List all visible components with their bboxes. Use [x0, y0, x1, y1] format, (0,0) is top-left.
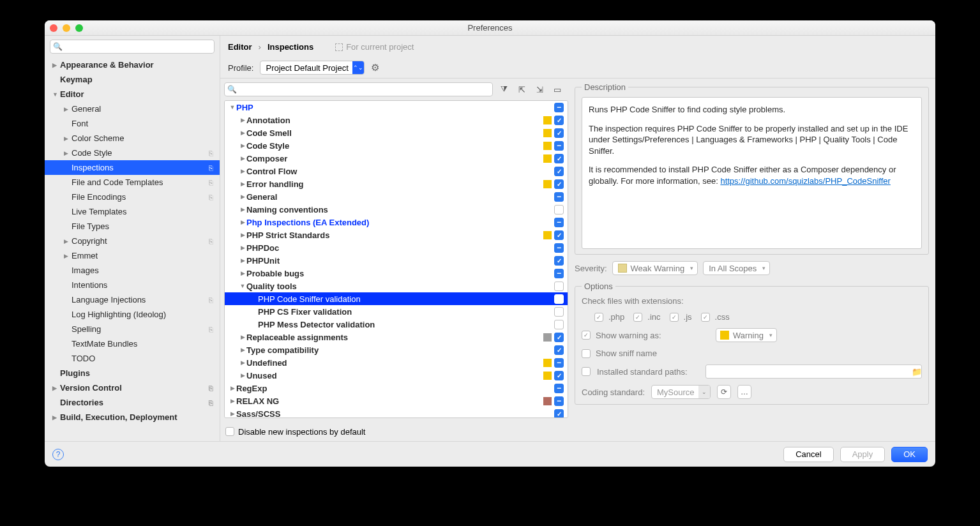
inspection-row[interactable]: PHP Mess Detector validation — [225, 318, 568, 331]
extension-checkbox[interactable] — [633, 313, 642, 322]
inspection-row[interactable]: ▶Control Flow — [225, 165, 568, 177]
inspection-checkbox[interactable] — [554, 116, 564, 125]
sidebar-item[interactable]: ▶Color Scheme — [45, 131, 220, 146]
inspection-checkbox[interactable] — [554, 128, 564, 138]
sidebar-item[interactable]: ▶Code Style⎘ — [45, 146, 220, 160]
inspection-row[interactable]: ▶Probable bugs — [225, 267, 568, 280]
filter-icon[interactable]: ⧩ — [497, 82, 511, 96]
inspection-checkbox[interactable] — [554, 103, 564, 112]
inspection-search[interactable]: 🔍 — [224, 82, 493, 96]
inspection-checkbox[interactable] — [554, 384, 564, 393]
inspection-row[interactable]: ▶RELAX NG — [225, 395, 568, 407]
show-warning-as-checkbox[interactable] — [582, 331, 591, 340]
inspection-checkbox[interactable] — [554, 256, 564, 266]
ok-button[interactable]: OK — [891, 447, 928, 462]
sidebar-item[interactable]: Language Injections⎘ — [45, 292, 220, 307]
extension-checkbox[interactable] — [670, 313, 679, 322]
sidebar-search[interactable]: 🔍 — [50, 40, 215, 54]
sidebar-item[interactable]: ▶Version Control⎘ — [45, 380, 220, 395]
inspection-row[interactable]: ▼Quality tools — [225, 280, 568, 292]
sidebar-item[interactable]: File and Code Templates⎘ — [45, 175, 220, 190]
sidebar-item[interactable]: TODO — [45, 351, 220, 366]
sidebar-item[interactable]: Spelling⎘ — [45, 322, 220, 336]
inspection-row[interactable]: ▶Unused — [225, 369, 568, 382]
inspection-row[interactable]: ▶Composer — [225, 152, 568, 165]
settings-tree[interactable]: ▶Appearance & BehaviorKeymap▼Editor▶Gene… — [45, 57, 220, 441]
sidebar-item[interactable]: Log Highlighting (Ideolog) — [45, 307, 220, 322]
expand-all-icon[interactable]: ⇱ — [515, 82, 529, 96]
inspection-checkbox[interactable] — [554, 282, 564, 291]
sidebar-item[interactable]: Directories⎘ — [45, 395, 220, 410]
extension-checkbox[interactable] — [594, 313, 603, 322]
inspection-checkbox[interactable] — [554, 205, 564, 214]
sidebar-item[interactable]: Font — [45, 116, 220, 131]
inspection-search-input[interactable] — [224, 82, 493, 96]
sidebar-item[interactable]: Plugins — [45, 366, 220, 380]
sidebar-item[interactable]: Images — [45, 263, 220, 278]
sidebar-item[interactable]: File Encodings⎘ — [45, 190, 220, 204]
inspection-checkbox[interactable] — [554, 294, 564, 304]
inspection-checkbox[interactable] — [554, 167, 564, 176]
doc-link[interactable]: https://github.com/squizlabs/PHP_CodeSni… — [720, 176, 890, 186]
sidebar-search-input[interactable] — [50, 40, 215, 54]
inspection-row[interactable]: ▶Code Smell — [225, 126, 568, 139]
profile-select[interactable]: Project Default Project ⌃⌄ — [260, 61, 365, 75]
sidebar-item[interactable]: File Types — [45, 219, 220, 234]
inspection-row[interactable]: ▶Type compatibility — [225, 343, 568, 356]
installed-paths-checkbox[interactable] — [582, 367, 591, 376]
inspection-checkbox[interactable] — [554, 179, 564, 189]
sidebar-item[interactable]: ▶Build, Execution, Deployment — [45, 410, 220, 425]
cancel-button[interactable]: Cancel — [783, 447, 833, 462]
inspection-row[interactable]: ▶RegExp — [225, 382, 568, 395]
inspection-row[interactable]: ▶Sass/SCSS — [225, 407, 568, 418]
extension-checkbox[interactable] — [701, 313, 710, 322]
sidebar-item[interactable]: ▶Copyright⎘ — [45, 234, 220, 248]
sidebar-item[interactable]: Inspections⎘ — [45, 160, 220, 175]
sidebar-item[interactable]: Intentions — [45, 278, 220, 292]
inspection-checkbox[interactable] — [554, 396, 564, 406]
disable-new-checkbox[interactable] — [225, 427, 234, 436]
inspection-row[interactable]: ▶Code Style — [225, 139, 568, 152]
inspection-row[interactable]: PHP Code Sniffer validation — [225, 292, 568, 305]
inspection-checkbox[interactable] — [554, 230, 564, 240]
inspection-row[interactable]: ▶General — [225, 190, 568, 203]
sidebar-item[interactable]: Live Templates — [45, 204, 220, 219]
refresh-icon[interactable]: ⟳ — [717, 385, 731, 399]
gear-icon[interactable]: ⚙ — [371, 62, 379, 73]
scope-select[interactable]: In All Scopes — [703, 261, 770, 275]
inspection-row[interactable]: ▶Error handling — [225, 177, 568, 190]
inspection-row[interactable]: ▶Undefined — [225, 356, 568, 369]
inspection-row[interactable]: ▶PHPDoc — [225, 241, 568, 254]
sidebar-item[interactable]: ▶Emmet — [45, 248, 220, 263]
inspection-row[interactable]: ▶Annotation — [225, 114, 568, 126]
inspection-checkbox[interactable] — [554, 358, 564, 368]
installed-paths-input[interactable] — [705, 364, 922, 379]
sidebar-item[interactable]: ▶Appearance & Behavior — [45, 57, 220, 72]
inspection-checkbox[interactable] — [554, 409, 564, 419]
help-icon[interactable]: ? — [52, 449, 64, 460]
show-sniff-checkbox[interactable] — [582, 349, 591, 358]
inspection-checkbox[interactable] — [554, 307, 564, 317]
collapse-all-icon[interactable]: ⇲ — [532, 82, 547, 96]
inspection-checkbox[interactable] — [554, 243, 564, 253]
sidebar-item[interactable]: ▶General — [45, 101, 220, 116]
inspection-tree[interactable]: ▼PHP▶Annotation▶Code Smell▶Code Style▶Co… — [224, 100, 568, 418]
more-icon[interactable]: … — [737, 385, 751, 399]
warning-level-select[interactable]: Warning — [716, 328, 777, 342]
sidebar-item[interactable]: ▼Editor — [45, 87, 220, 101]
inspection-row[interactable]: ▶Php Inspections (EA Extended) — [225, 216, 568, 229]
inspection-row[interactable]: PHP CS Fixer validation — [225, 305, 568, 318]
inspection-row[interactable]: ▶PHP Strict Standards — [225, 229, 568, 241]
coding-standard-select[interactable]: MySource ⌄ — [651, 385, 711, 399]
inspection-checkbox[interactable] — [554, 269, 564, 278]
reset-icon[interactable]: ▭ — [550, 82, 564, 96]
inspection-checkbox[interactable] — [554, 192, 564, 202]
apply-button[interactable]: Apply — [840, 447, 886, 462]
sidebar-item[interactable]: Keymap — [45, 72, 220, 87]
folder-icon[interactable]: 📁 — [912, 367, 922, 377]
inspection-row[interactable]: ▶Naming conventions — [225, 203, 568, 216]
inspection-checkbox[interactable] — [554, 333, 564, 342]
inspection-row[interactable]: ▼PHP — [225, 101, 568, 114]
inspection-checkbox[interactable] — [554, 371, 564, 380]
inspection-checkbox[interactable] — [554, 218, 564, 227]
